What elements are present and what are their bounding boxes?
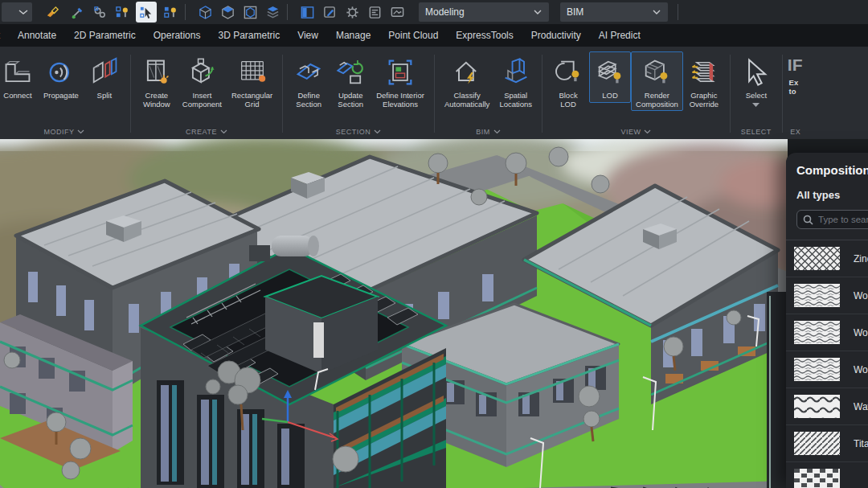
composition-list: Zinc Wood Wood Wood	[786, 240, 868, 488]
gear-icon[interactable]	[343, 3, 361, 21]
split-icon	[88, 55, 121, 90]
ribbon-separator	[782, 55, 783, 133]
select-cursor-icon	[740, 55, 772, 90]
tab-ai-predict[interactable]: AI Predict	[599, 30, 641, 41]
define-section-icon	[293, 55, 325, 90]
lamp-grid-icon[interactable]	[113, 3, 131, 21]
define-section-button[interactable]: Define Section	[288, 51, 330, 111]
list-item-partial[interactable]	[786, 462, 868, 488]
search-box[interactable]	[796, 210, 868, 229]
file-dropdown[interactable]	[2, 2, 32, 22]
insert-component-icon	[186, 55, 218, 90]
chevron-down-icon	[644, 129, 651, 134]
ribbon-separator	[282, 55, 283, 133]
block-lod-button[interactable]: Block LOD	[547, 51, 589, 111]
caret-down-icon	[752, 103, 760, 107]
group-label-export[interactable]: EX	[784, 124, 807, 139]
cube-wireframe-icon[interactable]	[196, 3, 214, 21]
group-label-bim[interactable]: BIM	[436, 124, 540, 139]
titan-pattern-swatch	[794, 432, 840, 455]
graphic-override-button[interactable]: Graphic Override	[683, 51, 725, 111]
ribbon-separator	[130, 55, 131, 133]
list-item-wood-1[interactable]: Wood	[786, 277, 868, 314]
list-item-water[interactable]: Water	[786, 388, 868, 425]
tab-annotate[interactable]: Annotate	[18, 30, 56, 41]
group-label-view[interactable]: VIEW	[544, 124, 728, 139]
viewport[interactable]	[0, 139, 788, 488]
rectangular-grid-button[interactable]: Rectangular Grid	[227, 51, 277, 111]
spatial-locations-icon	[500, 55, 532, 90]
application-window: Modeling BIM ort Annotate 2D Parametric …	[0, 0, 868, 488]
search-input[interactable]	[818, 215, 868, 224]
block-lod-icon	[552, 55, 584, 90]
cube-boxed-icon[interactable]	[241, 3, 259, 21]
tab-point-cloud[interactable]: Point Cloud	[388, 30, 438, 41]
eyedropper-icon[interactable]	[68, 3, 86, 21]
chevron-down-icon	[533, 9, 542, 15]
tab-2d-parametric[interactable]: 2D Parametric	[74, 30, 136, 41]
render-composition-button[interactable]: Render Composition	[631, 51, 683, 111]
group-label-select[interactable]: SELECT	[732, 124, 780, 139]
update-section-button[interactable]: Update Section	[330, 51, 371, 111]
list-item-wood-2[interactable]: Wood	[786, 314, 868, 351]
tab-view[interactable]: View	[297, 30, 318, 41]
quick-access-toolbar: Modeling BIM	[0, 0, 868, 24]
chevron-down-icon	[220, 129, 227, 134]
toolbar-separator	[678, 4, 678, 20]
ribbon-group-view: Block LOD LOD Render Composition	[544, 50, 728, 139]
lod-icon	[594, 55, 626, 90]
propagate-icon	[45, 55, 77, 90]
ribbon-group-modify: Connect Propagate Split MODIFY	[0, 50, 129, 139]
gears-icon[interactable]	[91, 3, 108, 21]
tab-3d-parametric[interactable]: 3D Parametric	[218, 30, 280, 41]
workspace-dropdown[interactable]: Modeling	[419, 2, 549, 22]
select-button[interactable]: Select	[735, 51, 777, 109]
insert-component-button[interactable]: Insert Component	[178, 51, 227, 111]
connect-icon	[2, 55, 34, 90]
ribbon-tab-bar: ort Annotate 2D Parametric Operations 3D…	[0, 24, 868, 47]
wood-pattern-swatch	[794, 358, 840, 381]
spatial-locations-button[interactable]: Spatial Locations	[494, 51, 537, 111]
group-label-create[interactable]: CREATE	[133, 124, 280, 139]
rectangular-grid-icon	[236, 55, 268, 90]
select-cursor-button[interactable]	[136, 2, 157, 23]
ribbon-separator	[542, 55, 542, 133]
list-item-titan[interactable]: Titan	[786, 425, 868, 462]
type-filter-dropdown[interactable]: All types	[796, 189, 868, 201]
export-to-button[interactable]: Ex to	[788, 74, 804, 98]
propagate-button[interactable]: Propagate	[39, 51, 84, 103]
classify-automatically-button[interactable]: Classify Automatically	[440, 51, 495, 111]
lod-button[interactable]: LOD	[589, 51, 631, 103]
layout-panel-icon[interactable]	[298, 3, 316, 21]
properties-list-icon[interactable]	[366, 3, 383, 21]
panel-title: Compositions	[796, 163, 868, 177]
create-window-button[interactable]: Create Window	[136, 51, 178, 111]
render-composition-icon	[641, 55, 673, 90]
lamp-grid-icon-2[interactable]	[162, 3, 179, 21]
group-label-modify[interactable]: MODIFY	[0, 124, 129, 139]
brush-icon[interactable]	[43, 3, 61, 21]
tab-operations[interactable]: Operations	[154, 30, 201, 41]
zinc-pattern-swatch	[794, 247, 840, 270]
ifc-logo-text: IF	[788, 56, 803, 74]
create-window-icon	[141, 55, 173, 90]
tab-expresstools[interactable]: ExpressTools	[456, 30, 513, 41]
ribbon-group-bim: Classify Automatically Spatial Locations…	[436, 50, 540, 139]
cube-shaded-icon[interactable]	[219, 3, 236, 21]
tab-manage[interactable]: Manage	[336, 30, 371, 41]
compositions-panel: Compositions All types Zinc Wood	[786, 153, 868, 488]
define-interior-elevations-button[interactable]: Define Interior Elevations	[371, 51, 429, 111]
ribbon-group-create: Create Window Insert Component Rectangul…	[133, 50, 280, 139]
group-label-section[interactable]: SECTION	[285, 124, 432, 139]
display-icon[interactable]	[388, 3, 406, 21]
tab-productivity[interactable]: Productivity	[531, 30, 581, 41]
list-item-wood-3[interactable]: Wood	[786, 351, 868, 388]
update-section-icon	[334, 55, 366, 90]
split-button[interactable]: Split	[84, 51, 125, 103]
cube-stack-icon[interactable]	[264, 3, 281, 21]
context-dropdown[interactable]: BIM	[560, 2, 668, 22]
sheet-edit-icon[interactable]	[321, 3, 338, 21]
list-item-zinc[interactable]: Zinc	[786, 240, 868, 277]
connect-button[interactable]: Connect	[0, 51, 39, 103]
viewport-scene[interactable]	[0, 139, 788, 488]
